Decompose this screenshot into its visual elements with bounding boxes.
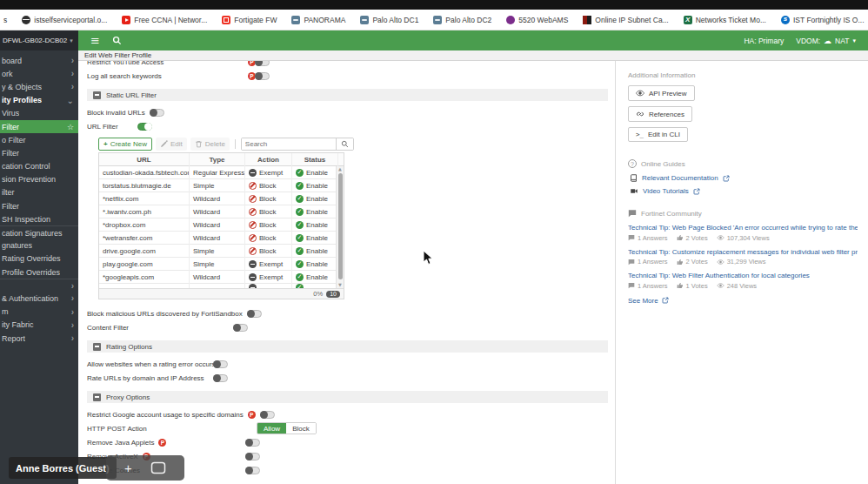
sidebar-item-user-authentication[interactable]: & Authentication [0, 292, 78, 305]
star-icon[interactable]: ☆ [67, 123, 74, 131]
col-header-type[interactable]: Type [190, 153, 245, 166]
sidebar-item-log-report[interactable]: Report [0, 332, 78, 345]
sidebar-item-web-profile-overrides[interactable]: Profile Overrides [0, 266, 78, 279]
plus-icon[interactable]: + [124, 461, 132, 474]
paloalto-icon [433, 16, 442, 24]
action-icon [249, 195, 257, 203]
fortinet-icon [222, 16, 230, 24]
table-row[interactable]: custodian-okada.fsbtech.com Regular Expr… [99, 166, 344, 179]
sidebar-item-application-signatures[interactable]: cation Signatures [0, 225, 78, 239]
table-scrollbar[interactable]: ▲ ▼ [336, 166, 344, 288]
sidebar-item-network[interactable]: ork [0, 67, 78, 80]
bookmark[interactable]: Palo Alto DC2 [433, 16, 491, 24]
col-header-url[interactable]: URL [99, 153, 190, 166]
search-input[interactable] [242, 138, 336, 150]
rating-error-toggle[interactable] [213, 360, 228, 368]
sidebar-item-file-filter[interactable]: ilter [0, 186, 78, 199]
documentation-link[interactable]: Relevant Documentation [630, 174, 858, 182]
edit-in-cli-button[interactable]: >_ Edit in CLI [628, 127, 688, 142]
bookmark[interactable]: 5520 WebAMS [506, 16, 568, 24]
bookmark[interactable]: istselfserviceportal.o... [22, 16, 107, 24]
bookmark[interactable]: Free CCNA | Networ... [122, 16, 207, 24]
block-invalid-toggle[interactable] [150, 109, 164, 117]
tip-link[interactable]: Technical Tip: Web Filter Authentication… [628, 272, 858, 279]
sidebar-item-web-rating-overrides[interactable]: Rating Overrides [0, 252, 78, 266]
sidebar-item-policy-objects[interactable]: y & Objects [0, 80, 78, 93]
table-row[interactable]: *dropbox.com Wildcard Block Enable [99, 218, 344, 232]
fortisandbox-toggle[interactable] [247, 310, 262, 318]
scroll-up-icon[interactable]: ▲ [337, 166, 344, 172]
pencil-icon [160, 140, 168, 148]
table-row[interactable]: *netflix.com Wildcard Block Enable [99, 192, 344, 205]
url-filter-toggle[interactable] [137, 123, 152, 131]
sidebar-item-vpn[interactable] [0, 279, 78, 292]
references-button[interactable]: References [628, 106, 692, 122]
rate-by-domain-toggle[interactable] [213, 374, 228, 382]
delete-button[interactable]: Delete [190, 138, 230, 151]
tip-meta: 1 Answers 1 Votes 248 Views [628, 282, 858, 290]
bookmark[interactable]: Online IP Subnet Ca... [583, 16, 668, 24]
table-row-clipped[interactable] [99, 284, 344, 288]
restrict-youtube-toggle[interactable] [255, 61, 270, 66]
scroll-down-icon[interactable]: ▼ [337, 282, 344, 288]
remove-java-toggle[interactable] [245, 439, 260, 447]
sidebar-item-dashboard[interactable]: board [0, 54, 78, 67]
sidebar-item-dns-filter[interactable]: Filter [0, 146, 78, 159]
search-icon [341, 140, 349, 148]
menu-icon[interactable]: ≡ [90, 35, 100, 46]
sidebar-item-email-filter[interactable]: Filter [0, 199, 78, 212]
table-row[interactable]: *googleapis.com Wildcard Exempt Enable [99, 271, 344, 284]
search-icon[interactable] [112, 36, 122, 45]
collapse-icon[interactable] [93, 343, 101, 351]
sidebar-item-application-control[interactable]: cation Control [0, 160, 78, 173]
content-filter-toggle[interactable] [233, 324, 248, 332]
sidebar-item-ips-signatures[interactable]: gnatures [0, 239, 78, 252]
table-row[interactable]: play.google.com Simple Exempt Enable [99, 258, 344, 271]
action-icon [249, 284, 257, 288]
allow-button[interactable]: Allow [257, 423, 286, 434]
remove-activex-toggle[interactable] [245, 453, 260, 460]
device-selector[interactable]: DFWL-GB02-DCB02 ▾ [0, 30, 78, 50]
collapse-icon[interactable] [93, 393, 101, 401]
api-preview-button[interactable]: API Preview [628, 85, 695, 101]
video-tutorials-link[interactable]: Video Tutorials [630, 187, 858, 195]
restrict-google-toggle[interactable] [260, 411, 275, 419]
sidebar-item-intrusion-prevention[interactable]: sion Prevention [0, 173, 78, 186]
table-row[interactable]: *.iwantv.com.ph Wildcard Block Enable [99, 205, 344, 218]
table-row[interactable]: drive.google.com Simple Block Enable [99, 245, 344, 258]
right-info-panel: Additional Information API Preview Refer… [615, 61, 868, 484]
proxy-options-section: Proxy Options [87, 391, 608, 403]
table-row[interactable]: *wetransfer.com Wildcard Block Enable [99, 232, 344, 245]
bookmark[interactable]: Fortigate FW [222, 16, 277, 24]
sidebar-item-web-filter[interactable]: Filter☆ [0, 120, 78, 133]
fullscreen-frame-icon[interactable] [150, 461, 166, 474]
see-more-link[interactable]: See More [628, 297, 858, 305]
edit-webfilter-form: Restrict YouTube Access Log all search k… [78, 61, 615, 484]
sidebar-item-security-fabric[interactable]: ity Fabric [0, 319, 78, 332]
table-row[interactable]: torstatus.blutmagie.de Simple Block Enab… [99, 179, 344, 192]
col-header-status[interactable]: Status [292, 153, 338, 166]
sidebar-item-antivirus[interactable]: Virus [0, 107, 78, 120]
sidebar-item-security-profiles[interactable]: ity Profiles [0, 94, 78, 107]
log-keywords-label: Log all search keywords [87, 72, 244, 80]
sidebar-item-system[interactable]: m [0, 306, 78, 319]
block-button[interactable]: Block [286, 423, 316, 434]
vdom-selector[interactable]: VDOM: ☁ NAT ▾ [796, 37, 856, 45]
col-header-action[interactable]: Action [245, 153, 292, 166]
log-keywords-toggle[interactable] [255, 72, 270, 80]
bookmark[interactable]: IST Fortnightly IS O... [781, 16, 865, 24]
scrollbar-thumb[interactable] [338, 173, 343, 279]
bookmark[interactable]: Palo Alto DC1 [360, 16, 418, 24]
tip-link[interactable]: Technical Tip: Web Page Blocked 'An erro… [628, 224, 858, 232]
sidebar-item-ssl-ssh-inspection[interactable]: SH Inspection [0, 212, 78, 225]
bookmark[interactable]: PANORAMA [291, 16, 345, 24]
search-button[interactable] [336, 138, 353, 151]
collapse-icon[interactable] [93, 91, 101, 99]
create-new-button[interactable]: + Create New [98, 138, 152, 151]
remove-cookies-toggle[interactable] [245, 467, 260, 474]
sidebar-item-video-filter[interactable]: o Filter [0, 133, 78, 146]
online-guides-title: Online Guides [628, 159, 858, 168]
bookmark[interactable]: Networks Ticket Mo... [684, 16, 766, 24]
tip-link[interactable]: Technical Tip: Customize replacement mes… [628, 248, 858, 256]
edit-button[interactable]: Edit [156, 138, 187, 151]
